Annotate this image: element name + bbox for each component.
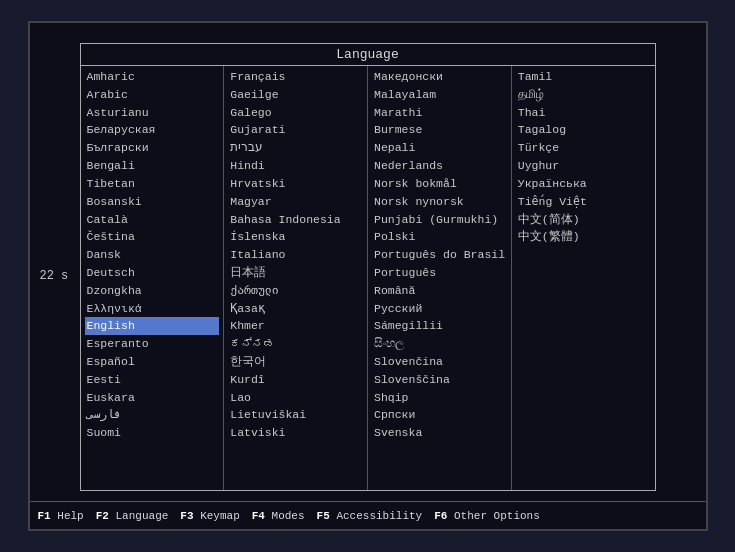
lang-item[interactable]: ქართული <box>228 282 363 300</box>
lang-item[interactable]: Tibetan <box>85 175 220 193</box>
timer-display: 22 s <box>40 269 69 283</box>
lang-item[interactable]: සිංහල <box>372 335 507 353</box>
lang-item[interactable]: Amharic <box>85 68 220 86</box>
lang-item[interactable]: Čeština <box>85 228 220 246</box>
lang-item[interactable]: 日本語 <box>228 264 363 282</box>
lang-item[interactable]: Slovenščina <box>372 371 507 389</box>
lang-item[interactable]: Thai <box>516 104 651 122</box>
lang-item[interactable]: Suomi <box>85 424 220 442</box>
lang-item[interactable]: Euskara <box>85 389 220 407</box>
footer-key: F6 <box>434 510 447 522</box>
lang-item[interactable]: Ελληνικά <box>85 300 220 318</box>
lang-item[interactable]: فارسی <box>85 406 220 424</box>
lang-item[interactable]: ಕನ್ನಡ <box>228 335 363 353</box>
lang-item[interactable]: Marathi <box>372 104 507 122</box>
lang-item[interactable]: Khmer <box>228 317 363 335</box>
lang-item[interactable]: Esperanto <box>85 335 220 353</box>
lang-item[interactable]: Lao <box>228 389 363 407</box>
lang-item[interactable]: Қазақ <box>228 300 363 318</box>
screen: 22 s Language AmharicArabicAsturianuБела… <box>28 21 708 531</box>
footer-key: F3 <box>180 510 193 522</box>
lang-item[interactable]: Magyar <box>228 193 363 211</box>
lang-item[interactable]: Íslenska <box>228 228 363 246</box>
lang-item[interactable]: Dzongkha <box>85 282 220 300</box>
lang-item[interactable]: עברית <box>228 139 363 157</box>
footer-f1[interactable]: F1 Help <box>38 510 84 522</box>
lang-item[interactable]: Русский <box>372 300 507 318</box>
lang-item[interactable]: தமிழ் <box>516 86 651 104</box>
lang-item[interactable]: Latviski <box>228 424 363 442</box>
footer-key: F2 <box>96 510 109 522</box>
lang-column-3: Tamilதமிழ்ThaiTagalogTürkçeUyghurУкраїнс… <box>512 66 655 490</box>
lang-item[interactable]: Arabic <box>85 86 220 104</box>
lang-item[interactable]: Eesti <box>85 371 220 389</box>
lang-item[interactable]: 한국어 <box>228 353 363 371</box>
lang-item[interactable]: Asturianu <box>85 104 220 122</box>
lang-item[interactable]: Tamil <box>516 68 651 86</box>
lang-item[interactable]: Lietuviškai <box>228 406 363 424</box>
footer-f3[interactable]: F3 Keymap <box>180 510 239 522</box>
lang-item[interactable]: Română <box>372 282 507 300</box>
footer-f5[interactable]: F5 Accessibility <box>317 510 423 522</box>
footer-f2[interactable]: F2 Language <box>96 510 169 522</box>
lang-item[interactable]: Português do Brasil <box>372 246 507 264</box>
lang-item[interactable]: 中文(简体) <box>516 211 651 229</box>
footer-f6[interactable]: F6 Other Options <box>434 510 540 522</box>
footer-f4[interactable]: F4 Modes <box>252 510 305 522</box>
lang-item[interactable]: Bahasa Indonesia <box>228 211 363 229</box>
lang-item[interactable]: Dansk <box>85 246 220 264</box>
lang-item[interactable]: Uyghur <box>516 157 651 175</box>
lang-item[interactable]: Polski <box>372 228 507 246</box>
dialog-title: Language <box>81 44 655 66</box>
footer-key: F1 <box>38 510 51 522</box>
lang-item[interactable]: 中文(繁體) <box>516 228 651 246</box>
lang-column-2: МакедонскиMalayalamMarathiBurmeseNepaliN… <box>368 66 512 490</box>
lang-item[interactable]: Hrvatski <box>228 175 363 193</box>
lang-item[interactable]: Punjabi (Gurmukhi) <box>372 211 507 229</box>
lang-item[interactable]: Norsk bokmål <box>372 175 507 193</box>
lang-item[interactable]: Italiano <box>228 246 363 264</box>
lang-item[interactable]: Српски <box>372 406 507 424</box>
lang-item[interactable]: Malayalam <box>372 86 507 104</box>
lang-column-0: AmharicArabicAsturianuБеларускаяБългарск… <box>81 66 225 490</box>
lang-item[interactable]: Nepali <box>372 139 507 157</box>
lang-item[interactable]: Bosanski <box>85 193 220 211</box>
lang-item[interactable]: Беларуская <box>85 121 220 139</box>
lang-item[interactable]: Gaeilge <box>228 86 363 104</box>
lang-item[interactable]: Català <box>85 211 220 229</box>
lang-item[interactable]: Tiếng Việt <box>516 193 651 211</box>
lang-item[interactable]: Shqip <box>372 389 507 407</box>
footer-key: F4 <box>252 510 265 522</box>
lang-item[interactable]: Deutsch <box>85 264 220 282</box>
footer-key: F5 <box>317 510 330 522</box>
lang-item[interactable]: Türkçe <box>516 139 651 157</box>
lang-item[interactable]: Svenska <box>372 424 507 442</box>
lang-item[interactable]: Kurdî <box>228 371 363 389</box>
lang-item[interactable]: Nederlands <box>372 157 507 175</box>
lang-item[interactable]: Gujarati <box>228 121 363 139</box>
footer-bar: F1 HelpF2 LanguageF3 KeymapF4 ModesF5 Ac… <box>30 501 706 529</box>
lang-item[interactable]: Norsk nynorsk <box>372 193 507 211</box>
lang-item[interactable]: Tagalog <box>516 121 651 139</box>
lang-item[interactable]: Burmese <box>372 121 507 139</box>
lang-item[interactable]: English <box>85 317 220 335</box>
lang-item[interactable]: Español <box>85 353 220 371</box>
lang-item[interactable]: Hindi <box>228 157 363 175</box>
lang-item[interactable]: Slovenčina <box>372 353 507 371</box>
lang-item[interactable]: Български <box>85 139 220 157</box>
lang-item[interactable]: Македонски <box>372 68 507 86</box>
lang-item[interactable]: Bengali <box>85 157 220 175</box>
lang-item[interactable]: Sámegillii <box>372 317 507 335</box>
dialog-body: AmharicArabicAsturianuБеларускаяБългарск… <box>81 66 655 490</box>
language-dialog: Language AmharicArabicAsturianuБеларуска… <box>80 43 656 491</box>
lang-item[interactable]: Galego <box>228 104 363 122</box>
lang-column-1: FrançaisGaeilgeGalegoGujaratiעבריתHindiH… <box>224 66 368 490</box>
lang-item[interactable]: Français <box>228 68 363 86</box>
lang-item[interactable]: Українська <box>516 175 651 193</box>
lang-item[interactable]: Português <box>372 264 507 282</box>
